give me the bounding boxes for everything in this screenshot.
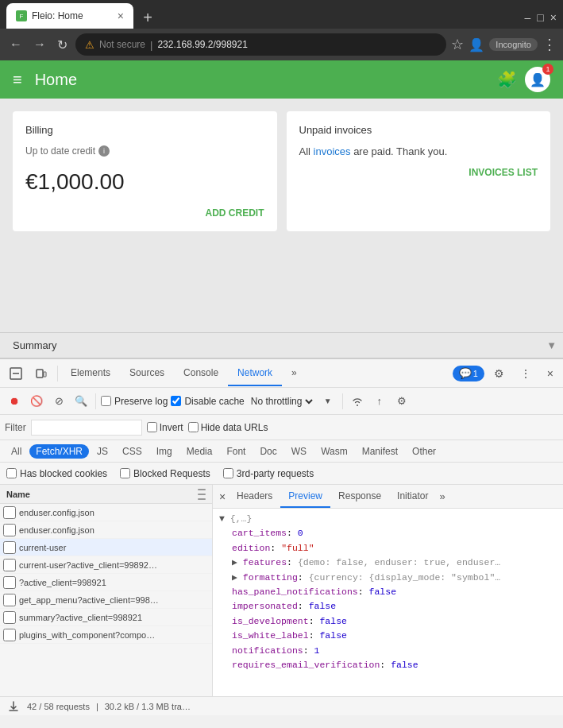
tab-sources[interactable]: Sources <box>120 361 174 386</box>
devtools-device-icon[interactable] <box>29 361 54 386</box>
preview-pane: × Headers Preview Response Initiator » ▼… <box>213 485 563 696</box>
filter-toggle-button[interactable]: ⊘ <box>49 392 68 411</box>
devtools-more-button[interactable]: ⋮ <box>514 364 538 383</box>
download-icon[interactable] <box>6 697 21 716</box>
preview-tab-response[interactable]: Response <box>330 486 389 508</box>
hide-data-urls-checkbox[interactable]: Hide data URLs <box>188 422 268 433</box>
json-expand-features[interactable]: ▶ <box>232 557 237 567</box>
type-tab-wasm[interactable]: Wasm <box>314 444 354 459</box>
type-tab-fetch-xhr[interactable]: Fetch/XHR <box>29 444 89 459</box>
request-item-7[interactable]: plugins_with_component?compo… <box>0 626 212 644</box>
wifi-icon[interactable] <box>348 392 367 411</box>
add-credit-button[interactable]: ADD CREDIT <box>25 207 264 219</box>
type-tab-ws[interactable]: WS <box>285 444 313 459</box>
type-tab-all[interactable]: All <box>5 444 28 459</box>
avatar[interactable]: 👤 1 <box>525 67 550 92</box>
header-icons: 🧩 👤 1 <box>497 67 550 92</box>
scroll-indicator: ▼ <box>546 339 557 351</box>
preview-tab-more[interactable]: » <box>436 487 448 505</box>
third-party-checkbox[interactable]: 3rd-party requests <box>223 468 314 479</box>
json-preview: ▼ {,…} cart_items: 0 edition: "full" ▶ f… <box>213 509 563 696</box>
request-name-7: plugins_with_component?compo… <box>19 630 209 640</box>
blocked-requests-checkbox[interactable]: Blocked Requests <box>120 468 210 479</box>
request-list-scroll[interactable]: enduser.config.json enduser.config.json … <box>0 504 212 696</box>
browser-menu-icon[interactable]: ⋮ <box>542 36 557 53</box>
tab-more[interactable]: » <box>282 361 307 386</box>
request-item-4[interactable]: ?active_client=998921 <box>0 574 212 591</box>
avatar-icon: 👤 <box>530 72 546 87</box>
minimize-button[interactable]: – <box>525 11 531 24</box>
request-item-0[interactable]: enduser.config.json <box>0 504 212 521</box>
throttling-arrow[interactable]: ▼ <box>318 392 337 411</box>
profile-icon[interactable]: 👤 <box>469 37 484 52</box>
info-icon[interactable]: i <box>98 145 110 157</box>
checkbox-row: Has blocked cookies Blocked Requests 3rd… <box>0 463 563 485</box>
tab-elements[interactable]: Elements <box>61 361 120 386</box>
cards-row: Billing Up to date credit i €1,000.00 AD… <box>13 111 550 231</box>
devtools-inspect-icon[interactable] <box>3 361 29 386</box>
resize-handle[interactable] <box>198 489 206 500</box>
type-tab-other[interactable]: Other <box>406 444 442 459</box>
tab-close-button[interactable]: × <box>118 10 124 22</box>
request-name-6: summary?active_client=998921 <box>19 613 209 622</box>
type-tab-doc[interactable]: Doc <box>253 444 283 459</box>
record-button[interactable]: ⏺ <box>5 392 24 411</box>
disable-cache-checkbox[interactable]: Disable cache <box>171 396 244 407</box>
network-settings-icon[interactable]: ⚙ <box>392 392 411 411</box>
devtools-close-button[interactable]: × <box>541 364 560 383</box>
request-item-6[interactable]: summary?active_client=998921 <box>0 609 212 626</box>
preview-tab-preview[interactable]: Preview <box>280 486 330 508</box>
type-tab-css[interactable]: CSS <box>116 444 148 459</box>
maximize-button[interactable]: □ <box>537 11 543 24</box>
request-item-5[interactable]: get_app_menu?active_client=998… <box>0 591 212 609</box>
url-bar[interactable]: ⚠ Not secure | 232.168.99.2/998921 <box>75 33 446 56</box>
status-bar: 42 / 58 requests | 30.2 kB / 1.3 MB tra… <box>0 696 563 715</box>
json-features: ▶ features: {demo: false, enduser: true,… <box>219 556 557 570</box>
request-name-1: enduser.config.json <box>19 525 209 535</box>
preview-close-button[interactable]: × <box>216 490 229 503</box>
summary-bar: Summary ▼ <box>0 332 563 358</box>
search-network-button[interactable]: 🔍 <box>71 392 91 411</box>
browser-tab[interactable]: F Fleio: Home × <box>6 3 133 29</box>
throttling-select[interactable]: No throttling <box>248 395 315 408</box>
json-expand-root[interactable]: ▼ <box>219 513 225 524</box>
extensions-icon[interactable]: 🧩 <box>497 70 517 89</box>
forward-button[interactable]: → <box>30 36 49 53</box>
blocked-cookies-checkbox[interactable]: Has blocked cookies <box>6 468 107 479</box>
svg-rect-5 <box>198 494 206 495</box>
json-expand-formatting[interactable]: ▶ <box>232 572 237 583</box>
preview-tab-headers[interactable]: Headers <box>229 486 280 508</box>
invoices-link[interactable]: invoices <box>314 145 351 157</box>
preserve-log-checkbox[interactable]: Preserve log <box>101 396 168 407</box>
request-item-1[interactable]: enduser.config.json <box>0 521 212 539</box>
request-item-2[interactable]: current-user <box>0 539 212 556</box>
message-badge: 1 <box>473 366 478 381</box>
new-tab-button[interactable]: + <box>137 6 159 29</box>
svg-rect-6 <box>198 498 206 500</box>
back-button[interactable]: ← <box>6 36 25 53</box>
clear-button[interactable]: 🚫 <box>27 392 46 411</box>
horizontal-scrollbar[interactable] <box>197 703 557 710</box>
upload-icon[interactable]: ↑ <box>370 392 389 411</box>
tab-console[interactable]: Console <box>174 361 228 386</box>
bookmark-icon[interactable]: ☆ <box>451 36 464 53</box>
type-tab-js[interactable]: JS <box>91 444 114 459</box>
invoices-list-button[interactable]: INVOICES LIST <box>299 167 538 178</box>
close-button[interactable]: × <box>550 11 557 24</box>
preview-tab-initiator[interactable]: Initiator <box>389 486 436 508</box>
request-name-5: get_app_menu?active_client=998… <box>19 595 209 605</box>
tab-network[interactable]: Network <box>228 361 282 386</box>
devtools-tab-bar: Elements Sources Console Network » 💬 1 ⚙… <box>0 359 563 388</box>
devtools-settings-button[interactable]: ⚙ <box>488 364 511 383</box>
invert-checkbox[interactable]: Invert <box>147 422 183 433</box>
devtools-panel: Elements Sources Console Network » 💬 1 ⚙… <box>0 358 563 715</box>
type-tab-manifest[interactable]: Manifest <box>356 444 404 459</box>
type-tab-media[interactable]: Media <box>180 444 219 459</box>
hamburger-menu-icon[interactable]: ≡ <box>13 71 22 89</box>
type-tab-img[interactable]: Img <box>150 444 179 459</box>
request-item-3[interactable]: current-user?active_client=99892… <box>0 556 212 574</box>
filter-input[interactable] <box>31 420 142 436</box>
type-filter-bar: All Fetch/XHR JS CSS Img Media Font Doc … <box>0 440 563 463</box>
refresh-button[interactable]: ↻ <box>54 36 71 54</box>
type-tab-font[interactable]: Font <box>220 444 252 459</box>
